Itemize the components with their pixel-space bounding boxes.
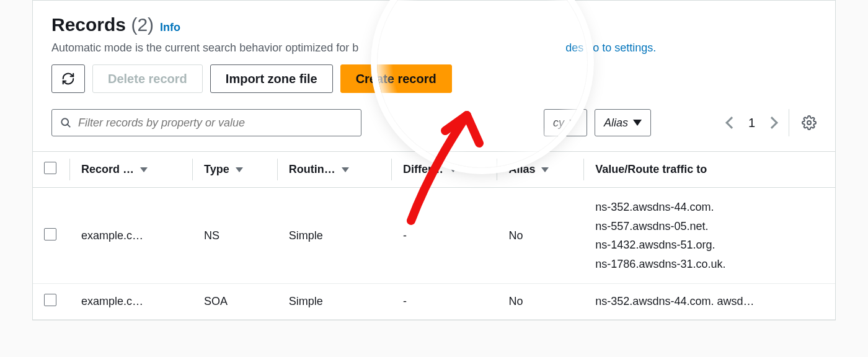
info-link[interactable]: Info: [160, 21, 180, 34]
search-box[interactable]: [51, 109, 361, 136]
caret-down-icon: [633, 120, 642, 126]
title-text: Records: [51, 14, 126, 35]
record-name-cell: example.c…: [81, 295, 143, 308]
row-checkbox[interactable]: [44, 294, 56, 306]
sort-icon: [342, 167, 349, 172]
routing-cell: Simple: [278, 188, 392, 284]
diff-cell: -: [392, 284, 497, 320]
table-row[interactable]: example.c… NS Simple - No ns-352.awsdns-…: [33, 188, 835, 284]
delete-record-button: Delete record: [92, 64, 203, 93]
select-all-checkbox[interactable]: [44, 162, 56, 174]
pager-next-button[interactable]: [768, 118, 776, 127]
col-record-name[interactable]: Record …: [81, 163, 182, 176]
title-count: (2): [131, 14, 154, 35]
settings-link[interactable]: des go to settings.: [565, 42, 656, 54]
search-input[interactable]: [78, 117, 353, 130]
subtitle-text: Automatic mode is the current search beh…: [51, 42, 358, 54]
caret-down-icon: [569, 120, 578, 126]
routing-cell: Simple: [278, 284, 392, 320]
sort-icon: [236, 167, 243, 172]
import-zone-file-button[interactable]: Import zone file: [210, 64, 333, 93]
alias-cell: No: [497, 188, 584, 284]
value-cell: ns-352.awsdns-44.com. awsd…: [595, 295, 754, 308]
refresh-icon: [61, 72, 75, 86]
routing-policy-filter[interactable]: cy: [544, 109, 587, 136]
chevron-right-icon: [766, 117, 778, 129]
value-cell: ns-352.awsdns-44.com. ns-557.awsdns-05.n…: [595, 198, 824, 273]
pager-prev-button[interactable]: [727, 118, 736, 127]
panel-header: Records (2) Info Automatic mode is the c…: [33, 1, 835, 99]
record-name-cell: example.c…: [81, 229, 143, 242]
records-panel: Records (2) Info Automatic mode is the c…: [32, 0, 836, 320]
type-cell: NS: [193, 188, 278, 284]
col-alias[interactable]: Alias: [508, 163, 573, 176]
filter-row: cy Alias 1: [51, 109, 817, 136]
svg-line-1: [68, 125, 70, 127]
col-value[interactable]: Value/Route traffic to: [595, 163, 824, 176]
records-table: Record … Type Routin… Differ… Alias Valu…: [33, 151, 835, 320]
create-record-button[interactable]: Create record: [340, 64, 452, 93]
row-checkbox[interactable]: [44, 228, 56, 240]
gear-icon: [802, 115, 817, 130]
routing-policy-label: cy: [553, 117, 564, 130]
col-type[interactable]: Type: [204, 163, 267, 176]
alias-filter[interactable]: Alias: [595, 109, 651, 136]
diff-cell: -: [392, 188, 497, 284]
actions-row: Delete record Import zone file Create re…: [51, 64, 817, 93]
pager: 1: [727, 109, 817, 136]
svg-point-2: [807, 121, 811, 125]
alias-cell: No: [497, 284, 584, 320]
subtitle: Automatic mode is the current search beh…: [51, 42, 817, 55]
sort-icon: [140, 167, 148, 172]
pager-current: 1: [748, 116, 755, 130]
alias-filter-label: Alias: [604, 117, 628, 130]
type-cell: SOA: [193, 284, 278, 320]
table-preferences-button[interactable]: [789, 109, 817, 136]
col-routing[interactable]: Routin…: [289, 163, 381, 176]
col-diff[interactable]: Differ…: [403, 163, 486, 176]
page-title: Records (2): [51, 14, 154, 35]
chevron-left-icon: [725, 117, 738, 129]
search-icon: [60, 117, 72, 129]
sort-icon: [541, 167, 549, 172]
title-row: Records (2) Info: [51, 14, 817, 35]
refresh-button[interactable]: [51, 64, 85, 93]
table-row[interactable]: example.c… SOA Simple - No ns-352.awsdns…: [33, 284, 835, 320]
sort-icon: [450, 167, 457, 172]
